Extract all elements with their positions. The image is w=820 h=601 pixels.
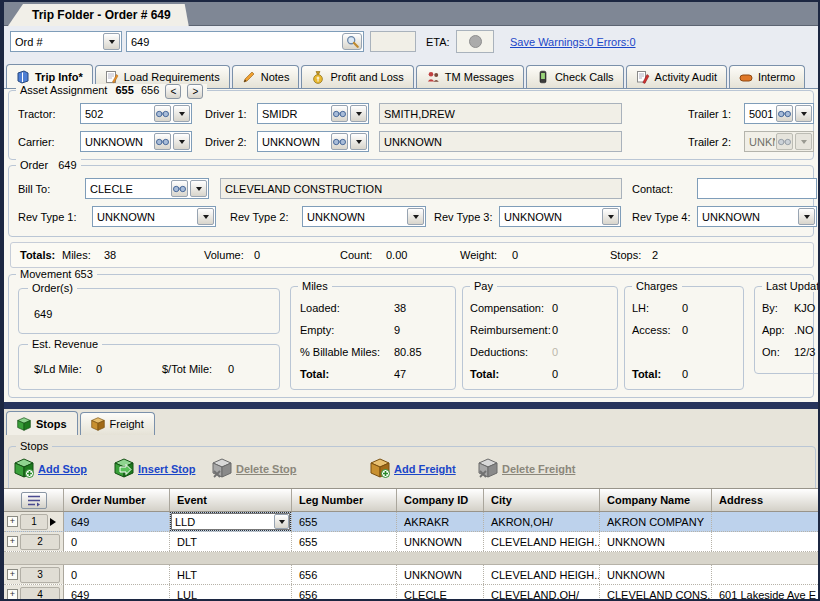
section-splitter[interactable] [4, 402, 818, 409]
driver2-lookup-button[interactable] [331, 133, 348, 150]
grid-cell[interactable]: CLEVELAND,OH/ [484, 585, 600, 599]
grid-cell[interactable]: UNKNOWN [600, 532, 712, 551]
column-header-city[interactable]: City [484, 489, 600, 511]
grid-cell[interactable]: UNKNOWN [397, 532, 484, 551]
grid-cell[interactable]: 0 [64, 565, 170, 584]
save-warnings-link[interactable]: Save Warnings:0 Errors:0 [510, 36, 636, 48]
rev-type3-select[interactable]: UNKNOWN [499, 206, 621, 227]
trailer1-combobox[interactable]: 5001 [744, 103, 814, 124]
tab-notes[interactable]: Notes [232, 65, 300, 88]
grid-cell[interactable]: DLT [170, 532, 292, 551]
grid-cell[interactable]: CLEVELAND HEIGH... [484, 532, 600, 551]
stop-row-1[interactable]: + 1 649 LLD 655 AKRAKR AKRON,OH/ AKRON C… [4, 512, 818, 532]
tractor-lookup-button[interactable] [154, 105, 171, 122]
rev-type3-dropdown-button[interactable] [602, 208, 619, 225]
grid-cell[interactable]: AKRON COMPANY [600, 512, 712, 531]
carrier-combobox[interactable]: UNKNOWN [80, 131, 192, 152]
add-stop-link[interactable]: Add Stop [38, 463, 87, 475]
driver2-combobox[interactable]: UNKNOWN [257, 131, 369, 152]
row-expander-icon[interactable]: + [7, 516, 18, 527]
stop-row-3[interactable]: + 3 0 HLT 656 UNKNOWN CLEVELAND HEIGH...… [4, 565, 818, 585]
grid-cell[interactable]: 655 [292, 532, 397, 551]
grid-cell[interactable]: LLD [170, 512, 292, 531]
grid-cell[interactable]: AKRAKR [397, 512, 484, 531]
rev-type1-select[interactable]: UNKNOWN [92, 206, 216, 227]
grid-cell[interactable] [712, 565, 818, 584]
tab-intermodal[interactable]: Intermo [729, 65, 805, 88]
tab-tm-messages[interactable]: TM Messages [416, 65, 524, 88]
grid-cell[interactable]: CLEVELAND CONS... [600, 585, 712, 599]
column-header-event[interactable]: Event [170, 489, 292, 511]
search-button[interactable] [342, 33, 362, 50]
tab-check-calls[interactable]: Check Calls [526, 65, 624, 88]
grid-cell[interactable]: AKRON,OH/ [484, 512, 600, 531]
column-header-order-number[interactable]: Order Number [64, 489, 170, 511]
tab-activity-audit[interactable]: Activity Audit [626, 65, 727, 88]
tractor-combobox[interactable]: 502 [80, 103, 192, 124]
grid-cell[interactable]: HLT [170, 565, 292, 584]
tab-profit-and-loss[interactable]: Profit and Loss [301, 65, 413, 88]
stop-row-2[interactable]: + 2 0 DLT 655 UNKNOWN CLEVELAND HEIGH...… [4, 532, 818, 552]
contact-input[interactable] [698, 183, 816, 195]
driver2-dropdown-button[interactable] [350, 133, 367, 150]
rev-type4-select[interactable]: UNKNOWN [697, 206, 817, 227]
movement-prev-button[interactable]: < [165, 84, 181, 99]
grid-cell[interactable]: CLECLE [397, 585, 484, 599]
trailer1-lookup-button[interactable] [776, 105, 793, 122]
window-tab[interactable]: Trip Folder - Order # 649 [8, 4, 189, 26]
grid-cell[interactable]: LUL [170, 585, 292, 599]
column-header-address[interactable]: Address [712, 489, 818, 511]
bill-to-combobox[interactable]: CLECLE [85, 178, 209, 199]
grid-cell[interactable]: 0 [64, 532, 170, 551]
search-type-combobox[interactable]: Ord # [10, 31, 122, 52]
grid-cell[interactable]: UNKNOWN [397, 565, 484, 584]
grid-cell[interactable]: 656 [292, 565, 397, 584]
moneybag-icon [311, 70, 325, 84]
stop-row-4[interactable]: + 4 649 LUL 656 CLECLE CLEVELAND,OH/ CLE… [4, 585, 818, 599]
tab-freight[interactable]: Freight [80, 412, 155, 435]
row-expander-icon[interactable]: + [7, 536, 18, 547]
bill-to-lookup-button[interactable] [171, 180, 188, 197]
grid-cell[interactable]: UNKNOWN [600, 565, 712, 584]
dropdown-arrow-icon [608, 215, 614, 222]
tab-stops[interactable]: Stops [6, 411, 78, 435]
grid-cell[interactable] [712, 532, 818, 551]
trailer1-dropdown-button[interactable] [795, 105, 812, 122]
insert-stop-link[interactable]: Insert Stop [138, 463, 195, 475]
bill-to-dropdown-button[interactable] [190, 180, 207, 197]
row-number[interactable]: 1 [20, 514, 48, 530]
grid-cell[interactable]: 649 [64, 512, 170, 531]
row-expander-icon[interactable]: + [7, 569, 18, 580]
column-header-company-id[interactable]: Company ID [397, 489, 484, 511]
column-header-leg-number[interactable]: Leg Number [292, 489, 397, 511]
movement-next-button[interactable]: > [187, 84, 203, 99]
event-editor[interactable]: LLD [171, 513, 290, 530]
column-header-company-name[interactable]: Company Name [600, 489, 712, 511]
carrier-lookup-button[interactable] [154, 133, 171, 150]
row-number[interactable]: 4 [20, 587, 60, 600]
grid-cell[interactable]: 601 Lakeside Ave E [712, 585, 818, 599]
grid-cell[interactable] [712, 512, 818, 531]
expand-all-button[interactable] [21, 492, 47, 509]
rev-type2-dropdown-button[interactable] [407, 208, 424, 225]
rev-type2-select[interactable]: UNKNOWN [302, 206, 426, 227]
rev-type1-dropdown-button[interactable] [197, 208, 214, 225]
row-number[interactable]: 2 [20, 534, 60, 550]
search-input[interactable] [127, 36, 341, 48]
add-freight-link[interactable]: Add Freight [394, 463, 456, 475]
grid-cell[interactable]: 656 [292, 585, 397, 599]
tractor-dropdown-button[interactable] [173, 105, 190, 122]
delete-freight-icon [478, 458, 498, 478]
grid-cell[interactable]: CLEVELAND HEIGH... [484, 565, 600, 584]
rev-type4-dropdown-button[interactable] [798, 208, 815, 225]
row-number[interactable]: 3 [20, 567, 60, 583]
driver1-combobox[interactable]: SMIDR [257, 103, 369, 124]
driver1-dropdown-button[interactable] [350, 105, 367, 122]
grid-cell[interactable]: 649 [64, 585, 170, 599]
carrier-dropdown-button[interactable] [173, 133, 190, 150]
event-editor-dropdown-button[interactable] [274, 514, 289, 529]
search-type-dropdown-button[interactable] [103, 33, 120, 50]
grid-cell[interactable]: 655 [292, 512, 397, 531]
row-expander-icon[interactable]: + [7, 589, 18, 599]
driver1-lookup-button[interactable] [331, 105, 348, 122]
